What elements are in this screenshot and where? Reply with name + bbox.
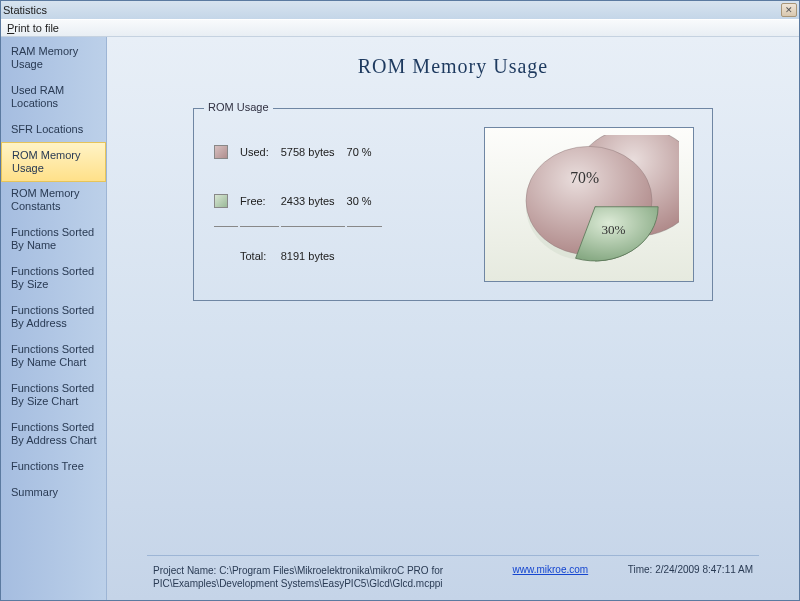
rom-usage-groupbox: ROM Usage Used: 5758 bytes 70 % Free: 24… bbox=[193, 108, 713, 301]
table-row-used: Used: 5758 bytes 70 % bbox=[214, 129, 382, 176]
sidebar-item-ram-memory-usage[interactable]: RAM Memory Usage bbox=[1, 39, 106, 78]
used-bytes: 5758 bytes bbox=[281, 129, 345, 176]
table-row-total: Total: 8191 bytes bbox=[214, 226, 382, 280]
sidebar-item-functions-sorted-by-size-chart[interactable]: Functions Sorted By Size Chart bbox=[1, 376, 106, 415]
pie-chart-container: 70% 30% bbox=[484, 127, 694, 282]
sidebar-item-functions-sorted-by-address[interactable]: Functions Sorted By Address bbox=[1, 298, 106, 337]
titlebar: Statistics ✕ bbox=[1, 1, 799, 19]
page-title: ROM Memory Usage bbox=[147, 55, 759, 78]
mikroe-link[interactable]: www.mikroe.com bbox=[513, 564, 589, 575]
usage-table: Used: 5758 bytes 70 % Free: 2433 bytes 3… bbox=[212, 127, 384, 282]
body: RAM Memory Usage Used RAM Locations SFR … bbox=[1, 37, 799, 600]
sidebar: RAM Memory Usage Used RAM Locations SFR … bbox=[1, 37, 107, 600]
free-bytes: 2433 bytes bbox=[281, 178, 345, 225]
total-label: Total: bbox=[240, 226, 279, 280]
footer: Project Name: C:\Program Files\Mikroelek… bbox=[147, 555, 759, 596]
sidebar-item-functions-sorted-by-name-chart[interactable]: Functions Sorted By Name Chart bbox=[1, 337, 106, 376]
table-row-free: Free: 2433 bytes 30 % bbox=[214, 178, 382, 225]
statistics-window: Statistics ✕ Print to file RAM Memory Us… bbox=[0, 0, 800, 601]
close-button[interactable]: ✕ bbox=[781, 3, 797, 17]
swatch-used-icon bbox=[214, 145, 228, 159]
sidebar-item-rom-memory-constants[interactable]: ROM Memory Constants bbox=[1, 181, 106, 220]
pie-used-label: 70% bbox=[570, 169, 599, 186]
pie-free-label: 30% bbox=[601, 221, 625, 236]
menu-print-to-file[interactable]: Print to file bbox=[7, 22, 59, 34]
used-label: Used: bbox=[240, 129, 279, 176]
menu-print-rest: rint to file bbox=[14, 22, 59, 34]
menubar: Print to file bbox=[1, 19, 799, 37]
main-panel: ROM Memory Usage ROM Usage Used: 5758 by… bbox=[107, 37, 799, 600]
sidebar-item-functions-sorted-by-address-chart[interactable]: Functions Sorted By Address Chart bbox=[1, 415, 106, 454]
sidebar-item-used-ram-locations[interactable]: Used RAM Locations bbox=[1, 78, 106, 117]
free-pct: 30 % bbox=[347, 178, 382, 225]
sidebar-item-summary[interactable]: Summary bbox=[1, 480, 106, 506]
sidebar-item-functions-sorted-by-size[interactable]: Functions Sorted By Size bbox=[1, 259, 106, 298]
close-icon: ✕ bbox=[785, 5, 793, 15]
free-label: Free: bbox=[240, 178, 279, 225]
window-title: Statistics bbox=[3, 4, 47, 16]
sidebar-item-sfr-locations[interactable]: SFR Locations bbox=[1, 117, 106, 143]
project-name-label: Project Name: C:\Program Files\Mikroelek… bbox=[153, 564, 473, 590]
total-bytes: 8191 bytes bbox=[281, 226, 345, 280]
sidebar-item-functions-tree[interactable]: Functions Tree bbox=[1, 454, 106, 480]
time-label: Time: 2/24/2009 8:47:11 AM bbox=[628, 564, 753, 590]
swatch-free-icon bbox=[214, 194, 228, 208]
sidebar-item-rom-memory-usage[interactable]: ROM Memory Usage bbox=[1, 142, 106, 182]
pie-chart-icon: 70% 30% bbox=[499, 135, 679, 275]
used-pct: 70 % bbox=[347, 129, 382, 176]
groupbox-legend: ROM Usage bbox=[204, 101, 273, 113]
sidebar-item-functions-sorted-by-name[interactable]: Functions Sorted By Name bbox=[1, 220, 106, 259]
